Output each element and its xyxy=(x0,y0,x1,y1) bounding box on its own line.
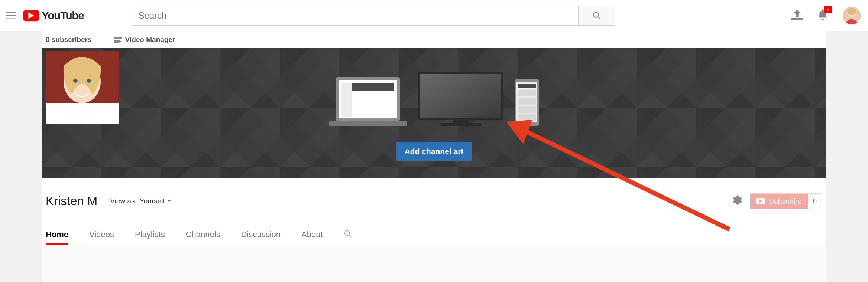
tab-search-icon[interactable] xyxy=(344,230,352,239)
svg-point-11 xyxy=(87,79,91,83)
upload-icon[interactable] xyxy=(791,10,803,22)
svg-rect-26 xyxy=(518,98,536,105)
settings-button[interactable] xyxy=(731,194,742,208)
svg-rect-25 xyxy=(518,90,536,96)
subscribe-label: Subscribe xyxy=(769,197,802,206)
svg-rect-15 xyxy=(341,83,352,117)
laptop-icon xyxy=(329,77,407,126)
notification-badge: 2 xyxy=(824,6,832,13)
channel-tabs: Home Videos Playlists Channels Discussio… xyxy=(42,224,826,245)
svg-point-0 xyxy=(593,12,599,17)
view-as-value: Yourself xyxy=(140,197,165,205)
svg-rect-20 xyxy=(453,120,468,123)
svg-rect-19 xyxy=(420,74,501,118)
video-manager-icon xyxy=(114,37,122,43)
channel-avatar[interactable] xyxy=(46,51,119,124)
subscribe-button[interactable]: Subscribe xyxy=(750,194,808,209)
tab-home[interactable]: Home xyxy=(46,224,68,245)
search-bar xyxy=(132,6,615,26)
channel-info-row: Kristen M View as: Yourself Subscribe 0 xyxy=(42,178,826,224)
chevron-down-icon xyxy=(167,200,171,202)
view-as-dropdown[interactable]: Yourself xyxy=(140,197,171,205)
tab-channels[interactable]: Channels xyxy=(186,224,220,245)
phone-icon xyxy=(515,79,539,126)
hamburger-menu-icon[interactable] xyxy=(4,8,19,23)
view-as-control: View as: Yourself xyxy=(110,197,171,205)
svg-rect-28 xyxy=(518,114,536,121)
notifications-icon[interactable]: 2 xyxy=(817,9,828,22)
gear-icon xyxy=(731,194,742,206)
channel-actions: Subscribe 0 xyxy=(731,193,822,209)
video-manager-label: Video Manager xyxy=(125,36,175,44)
youtube-logo-text: YouTube xyxy=(42,9,84,22)
tab-about[interactable]: About xyxy=(301,224,323,245)
add-channel-art-button[interactable]: Add channel art xyxy=(396,142,472,161)
svg-rect-3 xyxy=(114,37,122,39)
channel-banner: Add channel art xyxy=(42,48,826,178)
youtube-logo[interactable]: YouTube xyxy=(23,9,84,22)
subscribe-count: 0 xyxy=(808,194,822,209)
svg-rect-4 xyxy=(114,40,119,43)
app-header: YouTube 2 xyxy=(0,0,868,31)
tab-videos[interactable]: Videos xyxy=(89,224,114,245)
channel-page: 0 subscribers Video Manager xyxy=(42,31,826,282)
svg-rect-16 xyxy=(329,121,407,126)
device-preview-icons xyxy=(329,72,539,126)
svg-rect-24 xyxy=(518,84,536,88)
youtube-play-icon xyxy=(756,198,765,204)
tab-playlists[interactable]: Playlists xyxy=(135,224,165,245)
tab-discussion[interactable]: Discussion xyxy=(241,224,281,245)
svg-rect-21 xyxy=(440,123,481,126)
tv-icon xyxy=(418,72,503,126)
svg-point-30 xyxy=(344,231,349,236)
subscribe-control: Subscribe 0 xyxy=(750,193,822,209)
user-avatar[interactable] xyxy=(843,7,861,24)
search-button[interactable] xyxy=(579,6,615,26)
channel-topbar: 0 subscribers Video Manager xyxy=(42,31,826,48)
search-input[interactable] xyxy=(132,6,579,26)
youtube-play-icon xyxy=(23,10,39,21)
svg-rect-27 xyxy=(518,106,536,113)
video-manager-link[interactable]: Video Manager xyxy=(114,36,175,44)
subscriber-count-text: 0 subscribers xyxy=(46,36,92,44)
channel-name: Kristen M xyxy=(46,194,97,208)
svg-point-10 xyxy=(73,79,78,83)
search-icon xyxy=(592,11,601,20)
view-as-label: View as: xyxy=(110,197,136,205)
header-right: 2 xyxy=(791,7,861,24)
